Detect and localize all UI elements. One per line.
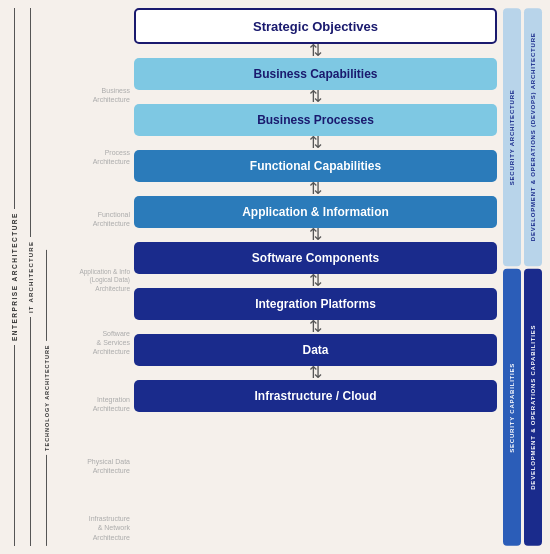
software-components-block: Software Components: [134, 242, 497, 274]
business-processes-block: Business Processes: [134, 104, 497, 136]
arrow-1: ⇅: [134, 44, 497, 58]
integration-platforms-block: Integration Platforms: [134, 288, 497, 320]
infrastructure-cloud-block: Infrastructure / Cloud: [134, 380, 497, 412]
functional-architecture-label: FunctionalArchitecture: [58, 203, 130, 235]
process-architecture-label: ProcessArchitecture: [58, 141, 130, 173]
integration-architecture-label: IntegrationArchitecture: [58, 388, 130, 420]
infrastructure-architecture-label: Infrastructure& NetworkArchitecture: [58, 512, 130, 544]
devops-capabilities-bar: Development & Operations Capabilities: [524, 269, 542, 546]
arrow-2: ⇅: [134, 90, 497, 104]
it-architecture-label: IT ARCHITECTURE: [24, 8, 37, 546]
technology-architecture-label: TECHNOLOGY ARCHITECTURE: [40, 250, 53, 546]
data-block: Data: [134, 334, 497, 366]
enterprise-architecture-label: ENTERPRISE ARCHITECTURE: [8, 8, 21, 546]
arrow-6: ⇅: [134, 274, 497, 288]
arrow-7: ⇅: [134, 320, 497, 334]
software-architecture-label: Software& ServicesArchitecture: [58, 326, 130, 358]
security-architecture-bar: Security Architecture: [503, 8, 521, 266]
application-information-block: Application & Information: [134, 196, 497, 228]
security-capabilities-bar: Security Capabilities: [503, 269, 521, 546]
strategic-objectives-block: Strategic Objectives: [134, 8, 497, 44]
business-architecture-label: BusinessArchitecture: [58, 79, 130, 111]
arrow-5: ⇅: [134, 228, 497, 242]
physical-data-architecture-label: Physical DataArchitecture: [58, 450, 130, 482]
arrow-3: ⇅: [134, 136, 497, 150]
arrow-4: ⇅: [134, 182, 497, 196]
arrow-8: ⇅: [134, 366, 497, 380]
devops-architecture-bar: Development & Operations (DevOps) Archit…: [524, 8, 542, 266]
app-info-architecture-label: Application & Info(Logical Data)Architec…: [58, 265, 130, 297]
functional-capabilities-block: Functional Capabilities: [134, 150, 497, 182]
business-capabilities-block: Business Capabilities: [134, 58, 497, 90]
